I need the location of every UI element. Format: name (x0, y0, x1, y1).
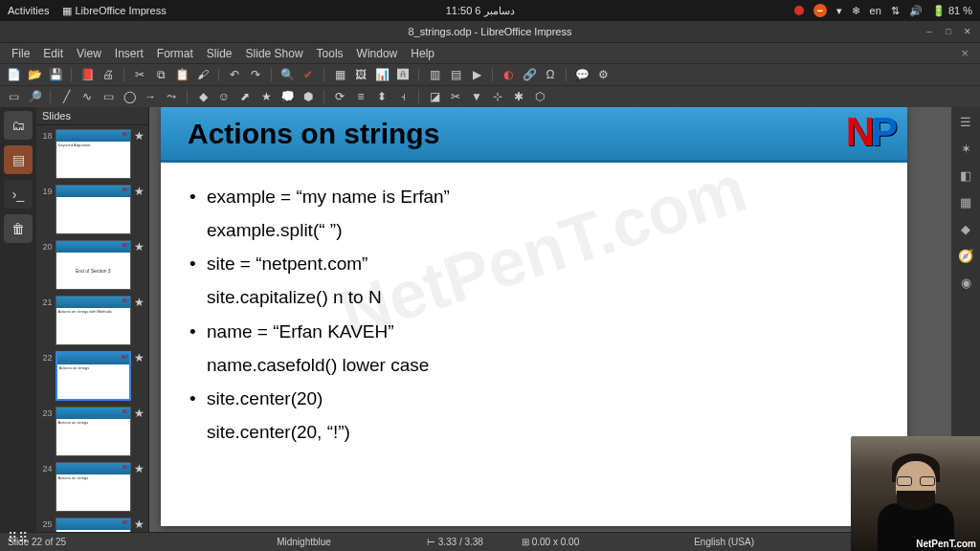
open-icon[interactable]: 📂 (27, 67, 42, 82)
properties-tab-icon[interactable]: ☰ (957, 113, 974, 130)
shadow-icon[interactable]: ◪ (427, 89, 442, 104)
shapes-tab-icon[interactable]: ◉ (957, 274, 974, 291)
rectangle-icon[interactable]: ▭ (100, 89, 116, 104)
menu-format[interactable]: Format (151, 45, 199, 62)
master-icon[interactable]: ▥ (427, 67, 442, 82)
comment-icon[interactable]: 💬 (574, 67, 590, 82)
find-icon[interactable]: 🔍 (279, 67, 295, 82)
select-icon[interactable]: ▭ (6, 89, 21, 104)
symbol-shapes-icon[interactable]: ☺ (216, 89, 232, 104)
format-paintbrush-icon[interactable]: 🖌 (195, 67, 211, 82)
crop-icon[interactable]: ✂ (448, 89, 463, 104)
notification-icon[interactable]: ▾ (836, 5, 842, 17)
menu-help[interactable]: Help (405, 45, 440, 62)
menu-file[interactable]: File (6, 45, 35, 62)
redo-icon[interactable]: ↷ (248, 67, 263, 82)
record-indicator-icon[interactable]: − (813, 4, 827, 17)
navigator-tab-icon[interactable]: 🧭 (957, 247, 974, 264)
volume-icon[interactable]: 🔊 (909, 5, 923, 17)
menu-insert[interactable]: Insert (109, 45, 149, 62)
spellcheck-icon[interactable]: ✔ (301, 67, 316, 82)
cut-icon[interactable]: ✂ (132, 67, 147, 82)
chart-icon[interactable]: 📊 (374, 67, 390, 82)
menu-tools[interactable]: Tools (311, 45, 349, 62)
slide-thumbnail[interactable]: Actions on stringsNP (56, 351, 131, 401)
slide-thumbnails[interactable]: 18Keyword ArgumentNP★19NP★20End of Secti… (36, 125, 148, 532)
menu-edit[interactable]: Edit (37, 45, 69, 62)
slide-editor[interactable]: NetPenT.com Actions on strings NP •examp… (149, 107, 951, 532)
connector-icon[interactable]: ⤳ (164, 89, 179, 104)
screencast-indicator-icon[interactable] (794, 6, 804, 15)
show-apps-icon[interactable]: ⠿⠿ (8, 530, 29, 545)
new-icon[interactable]: 📄 (6, 67, 21, 82)
menu-slideshow[interactable]: Slide Show (240, 45, 309, 62)
terminal-launcher-icon[interactable]: ›_ (4, 180, 33, 209)
gluepoints-icon[interactable]: ✱ (511, 89, 526, 104)
slide-thumbnail[interactable]: NP (56, 518, 131, 532)
arrange-icon[interactable]: ⬍ (374, 89, 390, 104)
zoom-icon[interactable]: 🔎 (27, 89, 42, 104)
3d-icon[interactable]: ⬢ (301, 89, 316, 104)
status-language[interactable]: English (USA) (675, 537, 773, 547)
table-icon[interactable]: ▦ (332, 67, 347, 82)
special-char-icon[interactable]: Ω (543, 67, 558, 82)
network-icon[interactable]: ⇅ (891, 5, 900, 17)
image-icon[interactable]: 🖼 (353, 67, 368, 82)
close-button[interactable]: ✕ (961, 25, 974, 38)
print-icon[interactable]: 🖨 (100, 67, 116, 82)
stars-icon[interactable]: ★ (258, 89, 274, 104)
basic-shapes-icon[interactable]: ◆ (195, 89, 211, 104)
slide-canvas[interactable]: NetPenT.com Actions on strings NP •examp… (161, 107, 907, 526)
maximize-button[interactable]: □ (942, 25, 955, 38)
activities-button[interactable]: Activities (8, 5, 49, 17)
slide-title[interactable]: Actions on strings (188, 118, 439, 150)
slide-thumbnail[interactable]: Actions on strings with MethodsNP (56, 296, 131, 345)
app-menu[interactable]: ▦ LibreOffice Impress (62, 5, 166, 17)
minimize-button[interactable]: – (923, 25, 936, 38)
points-icon[interactable]: ⊹ (490, 89, 505, 104)
rotate-icon[interactable]: ⟳ (332, 89, 347, 104)
battery-indicator[interactable]: 🔋 81 % (932, 5, 972, 17)
filter-icon[interactable]: ▼ (469, 89, 484, 104)
export-pdf-icon[interactable]: 📕 (79, 67, 95, 82)
weather-icon[interactable]: ❄ (852, 5, 860, 17)
arrow-icon[interactable]: → (143, 89, 158, 104)
lang-indicator[interactable]: en (870, 5, 881, 16)
clock[interactable]: 11:50 دسامبر 6 (167, 5, 794, 17)
trash-launcher-icon[interactable]: 🗑 (4, 214, 33, 243)
save-icon[interactable]: 💾 (48, 67, 63, 82)
impress-launcher-icon[interactable]: ▤ (4, 145, 33, 174)
line-icon[interactable]: ╱ (58, 89, 74, 104)
slide-thumbnail[interactable]: NP (56, 185, 131, 234)
slide-thumbnail[interactable]: End of Section 3NP (56, 240, 131, 290)
files-launcher-icon[interactable]: 🗂 (4, 111, 33, 140)
menu-slide[interactable]: Slide (201, 45, 238, 62)
slide-thumbnail[interactable]: Keyword ArgumentNP (56, 129, 131, 179)
undo-icon[interactable]: ↶ (227, 67, 242, 82)
animation-tab-icon[interactable]: ◧ (957, 166, 974, 184)
master-slides-tab-icon[interactable]: ▦ (957, 193, 974, 210)
gallery-tab-icon[interactable]: ◆ (957, 220, 974, 237)
extrusion-icon[interactable]: ⬡ (532, 89, 547, 104)
distribute-icon[interactable]: ⫞ (395, 89, 411, 104)
slide-transition-tab-icon[interactable]: ✶ (957, 140, 974, 157)
curve-icon[interactable]: ∿ (79, 89, 95, 104)
align-icon[interactable]: ≡ (353, 89, 368, 104)
slide-thumbnail[interactable]: Actions on stringsNP (56, 407, 131, 456)
slide-layout-icon[interactable]: ▤ (448, 67, 463, 82)
menu-window[interactable]: Window (351, 45, 404, 62)
slide-thumbnail[interactable]: Actions on stringsNP (56, 462, 131, 512)
interaction-icon[interactable]: ⚙ (595, 67, 611, 82)
slide-content[interactable]: •example = “my name is Erfan”example.spl… (161, 163, 907, 466)
menu-view[interactable]: View (71, 45, 107, 62)
textbox-icon[interactable]: 🅰 (395, 67, 411, 82)
block-arrows-icon[interactable]: ⬈ (237, 89, 253, 104)
slideshow-start-icon[interactable]: ▶ (469, 67, 484, 82)
doc-close-button[interactable]: × (955, 44, 974, 62)
ellipse-icon[interactable]: ◯ (122, 89, 137, 104)
copy-icon[interactable]: ⧉ (153, 67, 168, 82)
callouts-icon[interactable]: 💭 (279, 89, 295, 104)
hyperlink-icon[interactable]: 🔗 (522, 67, 537, 82)
paste-icon[interactable]: 📋 (174, 67, 189, 82)
fontwork-icon[interactable]: ◐ (501, 67, 516, 82)
